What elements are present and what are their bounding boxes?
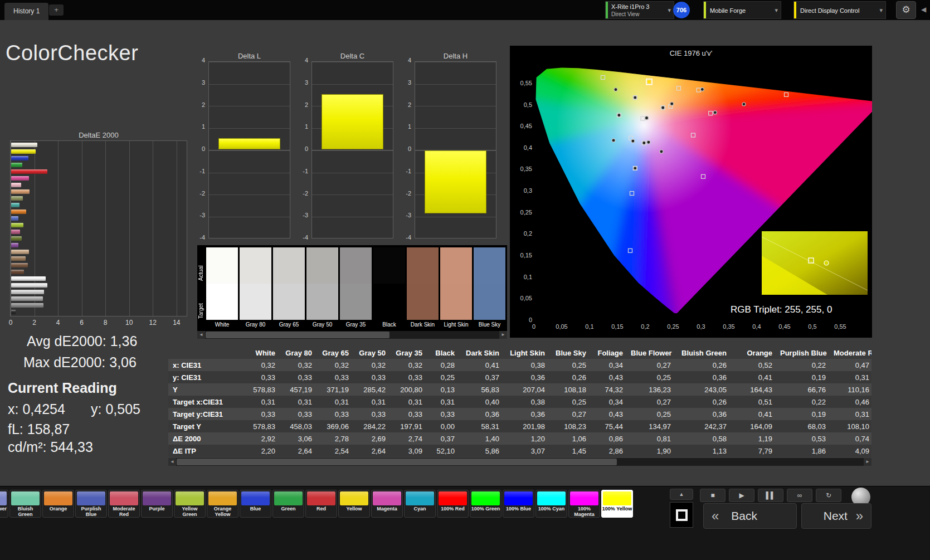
table-cell: 0,37 (430, 432, 462, 445)
table-cell: 200,80 (393, 383, 430, 396)
patch-button-100-blue[interactable]: 100% Blue (503, 490, 534, 518)
column-header: Gray 80 (283, 347, 320, 359)
patch-label: Yellow Green (174, 506, 205, 517)
axis-tick-label: 2 (32, 319, 36, 327)
table-cell: 7,79 (734, 445, 780, 457)
play-button[interactable]: ▶ (729, 489, 754, 502)
deltae-bar (11, 236, 22, 241)
deltae-bar (11, 263, 28, 267)
scroll-right-icon[interactable]: ► (499, 331, 507, 339)
cie-panel: CIE 1976 u'v' 0,550,50,450,40,350,30,250… (510, 46, 872, 338)
target-swatch (240, 284, 271, 320)
axis-tick-label: 4 (399, 57, 411, 64)
patch-button-green[interactable]: Green (272, 490, 304, 518)
table-cell: 0,19 (780, 371, 834, 383)
patch-button-purple[interactable]: Purple (141, 490, 173, 518)
table-cell: 0,31 (247, 396, 283, 408)
add-tab-button[interactable]: + (49, 4, 64, 16)
infinite-loop-button[interactable]: ∞ (787, 489, 812, 502)
scrollbar-thumb[interactable] (206, 332, 389, 338)
table-scrollbar[interactable]: ◄ ► (168, 458, 871, 466)
pause-button[interactable]: ▌▌ (758, 489, 783, 502)
patch-button-100-yellow[interactable]: 100% Yellow (601, 490, 633, 518)
collapse-panel-button[interactable]: ◀ (921, 6, 926, 13)
deltae-bar (11, 290, 44, 294)
table-cell: 2,54 (320, 445, 357, 457)
top-bar: History 1 + X-Rite i1Pro 3 Direct View ▾… (0, 0, 930, 20)
axis-tick-label: 0,35 (723, 323, 734, 330)
meter-dropdown[interactable]: X-Rite i1Pro 3 Direct View ▾ (605, 1, 674, 19)
table-cell: 0,58 (679, 432, 734, 445)
tab-history-1[interactable]: History 1 (4, 3, 48, 20)
patch-button-blue[interactable]: Blue (240, 490, 271, 518)
next-button[interactable]: Next » (801, 503, 871, 529)
patch-button-moderate-red[interactable]: Moderate Red (108, 490, 140, 518)
table-cell: 0,33 (283, 371, 320, 383)
table-cell: 2,64 (357, 445, 393, 457)
deltae-bar (11, 176, 29, 181)
stop-button[interactable]: ■ (700, 489, 726, 502)
axis-tick-label: 0 (193, 145, 205, 152)
avg-de2000: Avg dE2000: 1,36 (27, 333, 137, 349)
axis-tick-label: 4 (56, 319, 60, 327)
table-cell: 0,27 (631, 359, 679, 371)
delta-bar (425, 150, 486, 213)
scrollbar-thumb[interactable] (177, 459, 617, 465)
deltae-bar (11, 189, 30, 194)
patch-button-cyan[interactable]: Cyan (404, 490, 436, 518)
table-cell: 0,41 (734, 408, 780, 420)
patch-list-up-button[interactable]: ▲ (670, 489, 693, 500)
axis-tick-label: 0,15 (611, 323, 623, 330)
chevron-left-icon: ◀ (921, 6, 926, 13)
patch-color (439, 491, 467, 505)
patch-color (0, 491, 7, 505)
table-row: Y578,83457,19371,19285,42200,800,1356,83… (168, 383, 871, 396)
inset-measured-marker (824, 261, 829, 265)
patch-button-blue-flower[interactable]: Blue Flower (0, 490, 8, 518)
patch-button-100-red[interactable]: 100% Red (437, 490, 469, 518)
patch-button-100-cyan[interactable]: 100% Cyan (535, 490, 567, 518)
patch-color (176, 491, 204, 505)
chevron-down-icon: ▾ (775, 7, 778, 14)
scroll-left-icon[interactable]: ◄ (168, 458, 176, 466)
patch-button-purplish-blue[interactable]: Purplish Blue (75, 490, 107, 518)
color-swatch: Gray 50 (306, 247, 338, 328)
source-dropdown[interactable]: Mobile Forge ▾ (703, 1, 781, 19)
patch-label: Yellow (339, 506, 369, 512)
table-cell: 108,23 (553, 420, 594, 432)
axis-tick-label: 0,05 (512, 295, 532, 301)
table-cell: 108,18 (553, 383, 594, 396)
table-cell: 0,25 (430, 371, 462, 383)
actual-swatch (340, 247, 372, 284)
patch-button-bluish-green[interactable]: Bluish Green (9, 490, 41, 518)
patch-button-yellow-green[interactable]: Yellow Green (174, 490, 206, 518)
patch-button-yellow[interactable]: Yellow (338, 490, 370, 518)
current-reading-heading: Current Reading (8, 380, 117, 396)
patch-button-100-magenta[interactable]: 100% Magenta (568, 490, 600, 518)
settings-button[interactable]: ⚙ (896, 1, 916, 19)
scroll-left-icon[interactable]: ◄ (197, 331, 205, 339)
patch-button-red[interactable]: Red (305, 490, 337, 518)
back-button[interactable]: « Back (703, 503, 797, 529)
patch-color (143, 491, 171, 505)
patch-color (504, 491, 533, 505)
color-swatch: Gray 80 (240, 247, 271, 328)
refresh-button[interactable]: ↻ (816, 489, 841, 502)
patch-color (340, 491, 368, 505)
gear-icon: ⚙ (902, 4, 910, 15)
patch-button-magenta[interactable]: Magenta (371, 490, 403, 518)
patch-label: Orange (43, 506, 74, 512)
max-de2000: Max dE2000: 3,06 (23, 354, 137, 371)
color-swatch: Black (373, 247, 405, 328)
workflow-dropdown[interactable]: Direct Display Control ▾ (793, 1, 886, 19)
patch-label: Bluish Green (10, 506, 41, 517)
patch-button-orange-yellow[interactable]: Orange Yellow (207, 490, 238, 518)
patch-button-orange[interactable]: Orange (42, 490, 74, 518)
scroll-right-icon[interactable]: ► (864, 458, 871, 466)
axis-tick-label: 0,5 (808, 323, 816, 330)
swatch-scrollbar[interactable]: ◄ ► (197, 331, 507, 339)
deltae-bar (11, 296, 43, 301)
patch-label: Cyan (405, 506, 435, 512)
patch-button-100-green[interactable]: 100% Green (470, 490, 501, 518)
pattern-window-button[interactable] (670, 502, 693, 528)
